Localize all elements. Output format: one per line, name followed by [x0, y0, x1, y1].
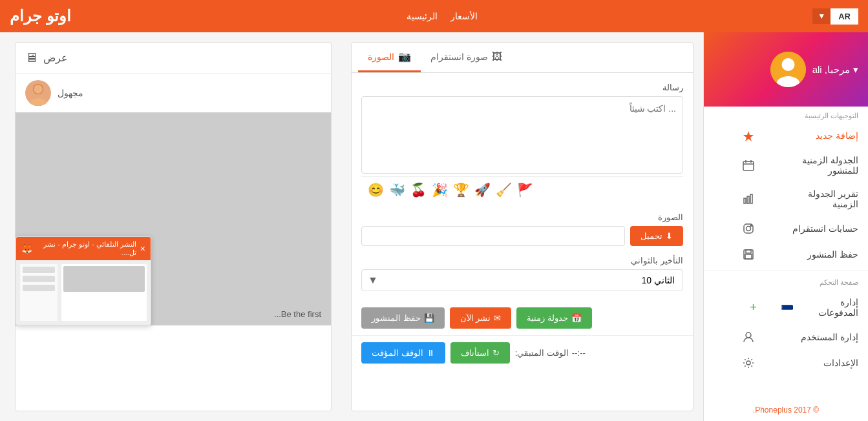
image-label: الصورة: [361, 212, 683, 222]
publish-now-button[interactable]: ✉ نشر الآن: [450, 307, 512, 329]
calendar-icon: [714, 159, 783, 172]
pause-icon: ⏸: [427, 348, 435, 358]
instagram-icon: [714, 222, 783, 235]
svg-rect-9: [747, 196, 749, 203]
be-first-text: Be the first...: [274, 309, 321, 319]
lang-dropdown-button[interactable]: ▼: [812, 8, 831, 24]
upload-button[interactable]: ⬇ تحميل: [630, 226, 683, 246]
sidebar-item-settings[interactable]: الإعدادات: [704, 350, 868, 376]
sidebar-item-label: حفظ المنشور: [789, 249, 858, 260]
sidebar-item-label: حسابات انستقرام: [789, 223, 858, 234]
message-textarea[interactable]: [361, 96, 683, 174]
resume-button[interactable]: ↻ استأناف: [450, 342, 510, 364]
sidebar-item-report[interactable]: تقرير الجدولة الزمنية: [704, 182, 868, 216]
floppy-icon: 💾: [424, 313, 434, 323]
add-icon[interactable]: +: [714, 301, 757, 314]
app-logo: اوتو جرام: [10, 7, 71, 25]
svg-rect-16: [745, 254, 752, 259]
delay-label: التأخير بالثواني: [361, 256, 683, 265]
delay-select[interactable]: الثاني 10: [361, 269, 683, 291]
firefox-icon: 🦊: [21, 243, 32, 254]
upload-icon: ⬇: [666, 231, 673, 241]
sidebar-divider: [704, 271, 868, 271]
tab-instagram-image[interactable]: 🖼 صورة انستقرام: [421, 43, 512, 72]
chart-icon: [714, 192, 783, 205]
image-section: الصورة ⬇ تحميل: [352, 212, 693, 256]
sidebar-item-instagram[interactable]: حسابات انستقرام: [704, 216, 868, 241]
action-buttons: 📅 جدولة زمنية ✉ نشر الآن 💾 حفظ المنشور: [352, 301, 693, 335]
sidebar-item-label: إضافة جديد: [789, 130, 858, 141]
save-icon: [714, 248, 783, 261]
emoji-broom[interactable]: 🧹: [496, 182, 512, 198]
emoji-smile[interactable]: 😊: [368, 182, 384, 198]
popup-header: × النشر التلقائي - اوتو جرام - نشر تل...…: [16, 237, 151, 260]
user-greeting: ▾ مرحبا, ali: [812, 64, 858, 76]
user-icon: [714, 331, 783, 344]
editor-tabs: 🖼 صورة انستقرام 📷 الصورة: [352, 43, 693, 73]
svg-text:PayPal: PayPal: [781, 306, 783, 309]
popup-body: [16, 260, 151, 325]
emoji-trophy[interactable]: 🏆: [453, 182, 469, 198]
sidebar-item-save[interactable]: حفظ المنشور: [704, 241, 868, 267]
main-nav-label: التوجيهات الرئيسية: [704, 107, 868, 123]
nav-home[interactable]: الرئيسية: [407, 11, 438, 21]
preview-user: مجهول: [16, 74, 331, 112]
schedule-button[interactable]: 📅 جدولة زمنية: [516, 307, 592, 329]
svg-point-1: [781, 58, 794, 71]
preview-title: عرض: [43, 52, 68, 64]
emoji-whale[interactable]: 🐳: [389, 182, 405, 198]
message-label: رسالة: [361, 83, 683, 92]
gear-icon: [714, 356, 783, 369]
timer-value: --:--: [572, 348, 586, 358]
image-path-input[interactable]: [361, 226, 625, 246]
popup-content-block: [63, 266, 145, 292]
svg-rect-8: [744, 198, 746, 203]
control-label: صفحة التحكم: [704, 274, 868, 291]
save-post-button[interactable]: 💾 حفظ المنشور: [361, 307, 445, 329]
calendar-icon: 📅: [571, 313, 582, 323]
plus-icon: [714, 129, 783, 142]
chevron-down-icon[interactable]: ▾: [853, 64, 858, 76]
emoji-bar: 🚩 🧹 🚀 🏆 🎉 🍒 🐳 😊: [361, 176, 683, 203]
header-nav: الأسعار الرئيسية: [407, 11, 478, 21]
tab-image[interactable]: 📷 الصورة: [358, 43, 421, 72]
pause-button[interactable]: ⏸ الوقف المؤقت: [361, 342, 445, 364]
sidebar-item-users[interactable]: إدارة المستخدم: [704, 324, 868, 350]
svg-rect-15: [746, 250, 751, 253]
svg-rect-17: [781, 305, 793, 310]
sidebar-item-timeline[interactable]: الجدولة الزمنية للمنشور: [704, 149, 868, 182]
image-upload-row: ⬇ تحميل: [361, 226, 683, 246]
language-selector[interactable]: AR ▼: [812, 8, 858, 25]
popup-title: النشر التلقائي - اوتو جرام - نشر تل....: [36, 240, 136, 257]
camera-icon: 📷: [398, 50, 411, 63]
user-section: ▾ مرحبا, ali: [704, 32, 868, 107]
message-section: رسالة 🚩 🧹 🚀 🏆 🎉 🍒 🐳 😊: [352, 73, 693, 212]
timer-section: --:-- الوقت المتبقي: ↻ استأناف ⏸ الوقف ا…: [352, 335, 693, 370]
emoji-flag[interactable]: 🚩: [517, 182, 533, 198]
svg-point-24: [34, 85, 43, 94]
emoji-party[interactable]: 🎉: [432, 182, 448, 198]
post-editor: 🖼 صورة انستقرام 📷 الصورة رسالة 🚩 🧹 🚀 🏆: [351, 42, 693, 411]
instagram-tab-icon: 🖼: [492, 51, 502, 63]
lang-code-button[interactable]: AR: [831, 8, 858, 25]
emoji-rocket[interactable]: 🚀: [474, 182, 491, 198]
sidebar-item-add-new[interactable]: إضافة جديد: [704, 123, 868, 149]
sidebar-item-payments[interactable]: إدارة المدفوعات PayPal +: [704, 291, 868, 324]
svg-rect-10: [750, 194, 752, 203]
emoji-cherry[interactable]: 🍒: [410, 182, 427, 198]
preview-user-name: مجهول: [58, 88, 83, 98]
refresh-icon: ↻: [492, 348, 500, 358]
preview-header: عرض 🖥: [16, 43, 331, 74]
nav-pricing[interactable]: الأسعار: [450, 11, 478, 21]
header: AR ▼ الأسعار الرئيسية اوتو جرام: [0, 0, 868, 32]
popup-sidebar-mini: [19, 263, 58, 322]
svg-point-12: [746, 227, 750, 231]
sidebar-item-label: الجدولة الزمنية للمنشور: [789, 155, 858, 176]
timer-label: --:-- الوقت المتبقي:: [515, 348, 586, 358]
close-icon[interactable]: ×: [140, 243, 145, 254]
paypal-icon: PayPal: [766, 301, 809, 314]
sidebar-item-label: إدارة المستخدم: [789, 332, 858, 342]
main-content: 🖼 صورة انستقرام 📷 الصورة رسالة 🚩 🧹 🚀 🏆: [0, 32, 703, 421]
svg-rect-4: [743, 161, 754, 170]
sidebar: ▾ مرحبا, ali التوجيهات الرئيسية إضافة جد…: [703, 32, 868, 421]
